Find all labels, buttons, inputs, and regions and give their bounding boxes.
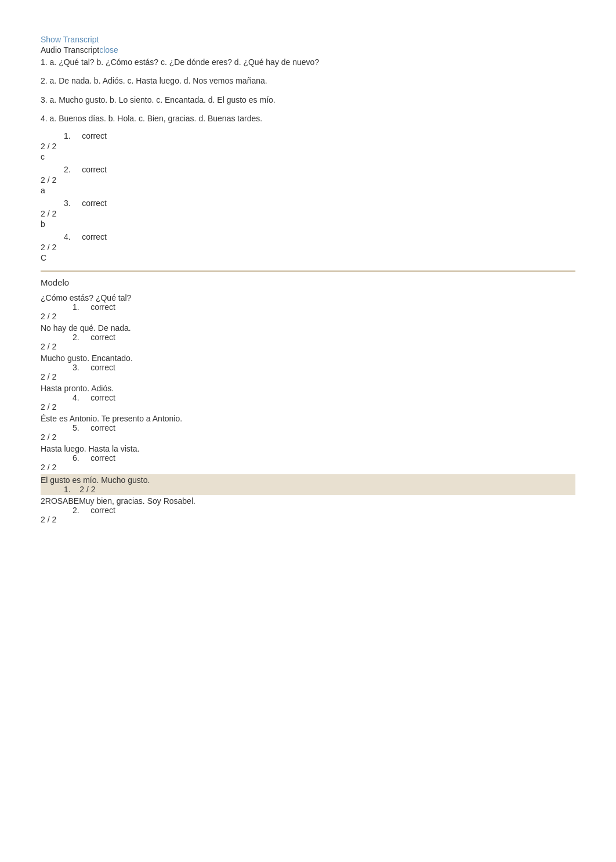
answer-block-1: 1. correct 2 / 2 c	[41, 131, 575, 161]
modelo-item-2: No hay de qué. De nada. 2. correct 2 / 2	[41, 323, 575, 351]
answer-4-spaces	[73, 232, 80, 241]
q3-number: 3.	[41, 95, 48, 104]
modelo-phrase-4: Hasta pronto. Adiós.	[41, 384, 575, 393]
answer-3-spaces	[73, 199, 80, 208]
section-divider	[41, 270, 575, 272]
modelo-4-score: 2 / 2	[41, 402, 575, 412]
question-4: 4. a. Buenos días. b. Hola. c. Bien, gra…	[41, 112, 575, 125]
modelo-label: Modelo	[41, 277, 575, 287]
answer-3-letter: b	[41, 219, 575, 229]
modelo-5-correct-row: 5. correct	[73, 423, 575, 432]
answer-1-num: 1.	[64, 131, 71, 140]
question-3: 3. a. Mucho gusto. b. Lo siento. c. Enca…	[41, 93, 575, 106]
modelo-6-correct-row: 6. correct	[73, 453, 575, 463]
modelo-item-1: ¿Cómo estás? ¿Qué tal? 1. correct 2 / 2	[41, 293, 575, 321]
modelo-item-6: Hasta luego. Hasta la vista. 6. correct …	[41, 444, 575, 472]
answer-2-spaces	[73, 165, 80, 174]
question-1: 1. a. ¿Qué tal? b. ¿Cómo estás? c. ¿De d…	[41, 56, 575, 68]
modelo-3-correct-row: 3. correct	[73, 363, 575, 372]
q4-number: 4.	[41, 114, 48, 123]
answer-2-score: 2 / 2	[41, 175, 575, 185]
modelo-phrase-6: Hasta luego. Hasta la vista.	[41, 444, 575, 453]
modelo-phrase-5: Éste es Antonio. Te presento a Antonio.	[41, 414, 575, 423]
modelo-4-correct-row: 4. correct	[73, 393, 575, 402]
modelo-phrase-2: No hay de qué. De nada.	[41, 323, 575, 333]
answer-2-num: 2.	[64, 165, 71, 174]
modelo-item-4: Hasta pronto. Adiós. 4. correct 2 / 2	[41, 384, 575, 412]
answer-4-num: 4.	[64, 232, 71, 241]
answer-3-score: 2 / 2	[41, 209, 575, 218]
modelo-phrase-7: El gusto es mío. Mucho gusto.	[41, 475, 575, 485]
audio-transcript-line: Audio Transcriptclose	[41, 45, 575, 55]
answer-block-2: 2. correct 2 / 2 a	[41, 165, 575, 195]
modelo-2-correct-row: 2. correct	[73, 333, 575, 342]
modelo-phrase-3: Mucho gusto. Encantado.	[41, 354, 575, 363]
close-link[interactable]: close	[99, 45, 118, 55]
modelo-1-correct-row: 1. correct	[73, 302, 575, 312]
audio-transcript-label: Audio Transcript	[41, 45, 99, 55]
answer-block-3: 3. correct 2 / 2 b	[41, 199, 575, 229]
modelo-item-7: El gusto es mío. Mucho gusto. 1. 2 / 2	[41, 474, 575, 495]
answer-1-correct: correct	[82, 131, 107, 140]
answer-3-correct: correct	[82, 199, 107, 208]
answer-block-4: 4. correct 2 / 2 C	[41, 232, 575, 262]
modelo-2-score: 2 / 2	[41, 342, 575, 351]
answer-1-correct-row: 1. correct	[64, 131, 575, 140]
modelo-7-inline-row: 1. 2 / 2	[64, 485, 575, 494]
answer-3-correct-row: 3. correct	[64, 199, 575, 208]
answer-4-score: 2 / 2	[41, 243, 575, 252]
answer-2-letter: a	[41, 186, 575, 195]
q2-number: 2.	[41, 76, 48, 85]
question-2: 2. a. De nada. b. Adiós. c. Hasta luego.…	[41, 74, 575, 87]
answer-3-num: 3.	[64, 199, 71, 208]
answer-1-spaces	[73, 131, 80, 140]
modelo-item-3: Mucho gusto. Encantado. 3. correct 2 / 2	[41, 354, 575, 381]
modelo-phrase-1: ¿Cómo estás? ¿Qué tal?	[41, 293, 575, 302]
modelo-8-correct-row: 2. correct	[73, 506, 575, 515]
answer-2-correct: correct	[82, 165, 107, 174]
q1-number: 1.	[41, 57, 48, 67]
answer-1-score: 2 / 2	[41, 142, 575, 151]
show-transcript-link[interactable]: Show Transcript	[41, 35, 575, 44]
answer-2-correct-row: 2. correct	[64, 165, 575, 174]
answer-4-correct: correct	[82, 232, 107, 241]
modelo-6-score: 2 / 2	[41, 463, 575, 472]
modelo-5-score: 2 / 2	[41, 432, 575, 442]
modelo-8-score: 2 / 2	[41, 515, 575, 524]
modelo-3-score: 2 / 2	[41, 372, 575, 381]
answer-4-letter: C	[41, 253, 575, 262]
modelo-1-score: 2 / 2	[41, 312, 575, 321]
answer-1-letter: c	[41, 152, 575, 161]
answer-4-correct-row: 4. correct	[64, 232, 575, 241]
modelo-item-8: 2ROSABEMuy bien, gracias. Soy Rosabel. 2…	[41, 496, 575, 524]
modelo-item-5: Éste es Antonio. Te presento a Antonio. …	[41, 414, 575, 442]
modelo-phrase-8: 2ROSABEMuy bien, gracias. Soy Rosabel.	[41, 496, 575, 506]
